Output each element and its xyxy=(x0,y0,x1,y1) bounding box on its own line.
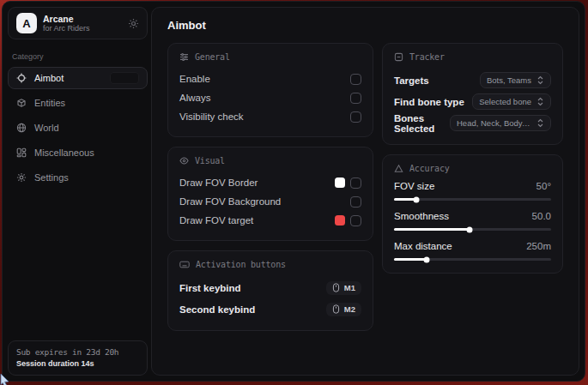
bones-selected-dropdown[interactable]: Head, Neck, Body, Fe... xyxy=(450,115,551,131)
keybind-button-m2[interactable]: M2 xyxy=(326,303,361,316)
keybind-value: M2 xyxy=(344,304,355,314)
setting-row-first-keybind: First keybind M1 xyxy=(179,277,361,298)
setting-label: Draw FOV target xyxy=(179,215,253,226)
slider-thumb[interactable] xyxy=(413,196,419,202)
sidebar-item-label: Settings xyxy=(34,172,69,183)
page-title: Aimbot xyxy=(167,19,563,32)
slider-thumb[interactable] xyxy=(424,256,430,262)
setting-label: Bones Selected xyxy=(394,113,450,134)
brand-card: A Arcane for Arc Riders xyxy=(8,7,148,39)
setting-row-find-bone-type: Find bone type Selected bone xyxy=(394,91,551,112)
sidebar-item-entities[interactable]: Entities xyxy=(8,92,148,114)
visual-card: Visual Draw FOV Border Draw FOV Backgrou… xyxy=(167,147,373,241)
dropdown-value: Selected bone xyxy=(479,97,531,106)
slider-group-max-distance: Max distance 250m xyxy=(394,241,551,261)
setting-label: Enable xyxy=(179,74,210,84)
mouse-icon xyxy=(332,304,340,314)
setting-label: Max distance xyxy=(394,241,452,251)
visibility-check-checkbox[interactable] xyxy=(350,111,361,123)
keyboard-icon xyxy=(179,260,190,269)
setting-row-second-keybind: Second keybind M2 xyxy=(179,298,361,320)
gear-icon xyxy=(16,172,27,183)
keybind-button-m1[interactable]: M1 xyxy=(326,281,361,295)
sidebar-item-world[interactable]: World xyxy=(8,117,148,139)
sidebar-item-label: Aimbot xyxy=(34,73,64,83)
chevrons-up-down-icon xyxy=(536,75,544,85)
setting-row-targets: Targets Bots, Teams xyxy=(394,69,551,91)
setting-row-fov-border: Draw FOV Border xyxy=(179,173,361,192)
chevrons-up-down-icon xyxy=(536,118,544,128)
setting-row-enable: Enable xyxy=(179,69,361,88)
card-header-label: Accuracy xyxy=(409,164,450,173)
app-window: A Arcane for Arc Riders Category Aimbot xyxy=(2,1,585,382)
setting-row-fov-target: Draw FOV target xyxy=(179,211,361,230)
brand-subtitle: for Arc Riders xyxy=(43,24,90,33)
dropdown-value: Bots, Teams xyxy=(487,75,531,85)
bone-type-dropdown[interactable]: Selected bone xyxy=(472,93,551,110)
enable-checkbox[interactable] xyxy=(350,74,361,85)
eye-icon xyxy=(179,156,189,165)
keybind-value: M1 xyxy=(344,283,355,292)
accuracy-card: Accuracy FOV size 50° xyxy=(382,154,563,274)
slider-group-fov-size: FOV size 50° xyxy=(394,181,551,201)
color-swatch-white[interactable] xyxy=(335,177,345,188)
fov-background-checkbox[interactable] xyxy=(350,196,361,208)
tracker-card: Tracker Targets Bots, Teams xyxy=(382,43,563,145)
main-panel: Aimbot General xyxy=(151,7,579,376)
setting-row-visibility-check: Visibility check xyxy=(179,107,361,126)
card-header-label: General xyxy=(195,52,230,62)
slider-fill xyxy=(394,258,427,261)
triangle-icon xyxy=(394,164,403,173)
setting-label: Find bone type xyxy=(394,97,464,107)
crosshair-icon xyxy=(16,73,27,83)
fov-border-checkbox[interactable] xyxy=(350,177,361,189)
general-card: General Enable Always Visibility check xyxy=(167,43,373,137)
sidebar-item-label: Miscellaneous xyxy=(34,147,94,158)
sidebar-item-settings[interactable]: Settings xyxy=(8,166,148,189)
dropdown-value: Head, Neck, Body, Fe... xyxy=(457,118,531,128)
slider-value: 50° xyxy=(536,181,551,191)
setting-label: Targets xyxy=(394,75,429,86)
scan-icon xyxy=(394,52,403,62)
setting-label: First keybind xyxy=(179,283,241,293)
setting-label: Visibility check xyxy=(179,111,244,122)
slider-thumb[interactable] xyxy=(466,226,472,232)
fov-target-checkbox[interactable] xyxy=(350,215,361,226)
max-distance-slider[interactable] xyxy=(394,258,551,261)
smoothness-slider[interactable] xyxy=(394,228,551,231)
setting-row-fov-background: Draw FOV Background xyxy=(179,192,361,211)
chevrons-up-down-icon xyxy=(536,97,544,106)
setting-row-bones-selected: Bones Selected Head, Neck, Body, Fe... xyxy=(394,112,551,134)
sidebar-item-label: World xyxy=(34,123,59,133)
globe-icon xyxy=(16,123,27,133)
session-duration-text: Session duration 14s xyxy=(16,359,139,368)
sliders-icon xyxy=(179,52,189,62)
mouse-icon xyxy=(332,283,340,292)
sidebar-item-label: Entities xyxy=(34,98,65,108)
entities-icon xyxy=(16,98,27,108)
brand-title: Arcane xyxy=(43,14,90,24)
brand-text: Arcane for Arc Riders xyxy=(43,14,90,33)
setting-label: Always xyxy=(179,93,210,103)
sidebar-item-miscellaneous[interactable]: Miscellaneous xyxy=(8,141,148,164)
color-swatch-red[interactable] xyxy=(335,215,345,226)
slider-fill xyxy=(394,228,470,231)
always-checkbox[interactable] xyxy=(350,93,361,104)
gear-icon[interactable] xyxy=(128,18,139,29)
grid-icon xyxy=(16,147,27,158)
card-header-label: Activation buttons xyxy=(196,260,286,269)
setting-row-always: Always xyxy=(179,88,361,107)
brand-logo: A xyxy=(16,13,37,33)
fov-size-slider[interactable] xyxy=(394,198,551,201)
targets-dropdown[interactable]: Bots, Teams xyxy=(480,72,551,88)
setting-label: Smoothness xyxy=(394,211,449,221)
subscription-card: Sub expires in 23d 20h Session duration … xyxy=(8,340,148,376)
setting-label: FOV size xyxy=(394,181,434,191)
mouse-cursor xyxy=(0,374,12,385)
slider-group-smoothness: Smoothness 50.0 xyxy=(394,211,551,231)
setting-label: Draw FOV Background xyxy=(179,196,281,207)
sub-expires-text: Sub expires in 23d 20h xyxy=(16,347,139,357)
activation-card: Activation buttons First keybind M1 xyxy=(167,250,373,331)
sidebar-item-aimbot[interactable]: Aimbot xyxy=(8,67,148,89)
card-header-label: Tracker xyxy=(409,52,445,62)
